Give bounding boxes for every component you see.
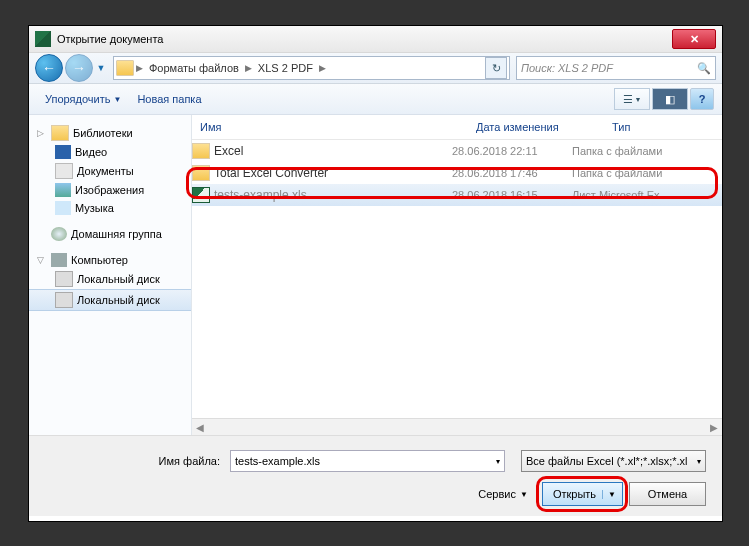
label: Документы <box>77 165 134 177</box>
service-button[interactable]: Сервис ▼ <box>470 485 536 503</box>
preview-pane-button[interactable]: ◧ <box>652 88 688 110</box>
filename-value: tests-example.xls <box>235 455 320 467</box>
scroll-right-icon[interactable]: ▶ <box>706 422 722 433</box>
chevron-down-icon: ▾ <box>496 457 500 466</box>
file-row[interactable]: Excel28.06.2018 22:11Папка с файлами <box>192 140 722 162</box>
help-button[interactable]: ? <box>690 88 714 110</box>
close-button[interactable]: ✕ <box>672 29 716 49</box>
open-label: Открыть <box>553 488 596 500</box>
toolbar: Упорядочить ▼ Новая папка ☰▼ ◧ ? <box>29 84 722 115</box>
sidebar-item-images[interactable]: Изображения <box>29 181 191 199</box>
new-folder-label: Новая папка <box>137 93 201 105</box>
filename-input[interactable]: tests-example.xls ▾ <box>230 450 505 472</box>
chevron-down-icon: ▼ <box>113 95 121 104</box>
sidebar-item-disk[interactable]: Локальный диск <box>29 289 191 311</box>
refresh-button[interactable]: ↻ <box>485 57 507 79</box>
column-name[interactable]: Имя <box>192 121 468 133</box>
sidebar-item-libraries[interactable]: ▷Библиотеки <box>29 123 191 143</box>
chevron-down-icon: ▾ <box>697 457 701 466</box>
label: Домашняя группа <box>71 228 162 240</box>
sidebar-item-documents[interactable]: Документы <box>29 161 191 181</box>
file-name: Excel <box>214 144 243 158</box>
label: Видео <box>75 146 107 158</box>
breadcrumb-item[interactable]: Форматы файлов <box>145 62 243 74</box>
chevron-right-icon: ▶ <box>245 63 252 73</box>
folder-icon <box>192 165 210 181</box>
folder-icon <box>116 60 134 76</box>
chevron-right-icon: ▶ <box>319 63 326 73</box>
folder-icon <box>192 143 210 159</box>
forward-button[interactable]: → <box>65 54 93 82</box>
sidebar-item-disk[interactable]: Локальный диск <box>29 269 191 289</box>
filter-value: Все файлы Excel (*.xl*;*.xlsx;*.xl <box>526 455 688 467</box>
image-icon <box>55 183 71 197</box>
label: Библиотеки <box>73 127 133 139</box>
music-icon <box>55 201 71 215</box>
chevron-down-icon: ▼ <box>635 96 642 103</box>
chevron-right-icon: ▷ <box>37 128 47 138</box>
cancel-label: Отмена <box>648 488 687 500</box>
sidebar-item-music[interactable]: Музыка <box>29 199 191 217</box>
column-type[interactable]: Тип <box>604 121 722 133</box>
file-date: 28.06.2018 17:46 <box>452 167 572 179</box>
file-type-filter[interactable]: Все файлы Excel (*.xl*;*.xlsx;*.xl ▾ <box>521 450 706 472</box>
file-date: 28.06.2018 16:15 <box>452 189 572 201</box>
service-label: Сервис <box>478 488 516 500</box>
organize-button[interactable]: Упорядочить ▼ <box>37 90 129 108</box>
video-icon <box>55 145 71 159</box>
filename-label: Имя файла: <box>45 455 224 467</box>
file-date: 28.06.2018 22:11 <box>452 145 572 157</box>
label: Компьютер <box>71 254 128 266</box>
back-button[interactable]: ← <box>35 54 63 82</box>
label: Локальный диск <box>77 273 160 285</box>
computer-icon <box>51 253 67 267</box>
column-date[interactable]: Дата изменения <box>468 121 604 133</box>
bottom-panel: Имя файла: tests-example.xls ▾ Все файлы… <box>29 435 722 516</box>
file-row-selected[interactable]: tests-example.xls28.06.2018 16:15Лист Mi… <box>192 184 722 206</box>
search-placeholder: Поиск: XLS 2 PDF <box>521 62 613 74</box>
column-headers: Имя Дата изменения Тип <box>192 115 722 140</box>
chevron-down-icon: ▼ <box>520 490 528 499</box>
cancel-button[interactable]: Отмена <box>629 482 706 506</box>
search-input[interactable]: Поиск: XLS 2 PDF 🔍 <box>516 56 716 80</box>
titlebar: Открытие документа ✕ <box>29 26 722 53</box>
breadcrumb[interactable]: ▶ Форматы файлов ▶ XLS 2 PDF ▶ ↻ <box>113 56 510 80</box>
navigation-bar: ← → ▼ ▶ Форматы файлов ▶ XLS 2 PDF ▶ ↻ П… <box>29 53 722 84</box>
history-dropdown[interactable]: ▼ <box>95 63 107 73</box>
main-area: ▷Библиотеки Видео Документы Изображения … <box>29 115 722 435</box>
scroll-left-icon[interactable]: ◀ <box>192 422 208 433</box>
disk-icon <box>55 292 73 308</box>
disk-icon <box>55 271 73 287</box>
label: Музыка <box>75 202 114 214</box>
file-row[interactable]: Total Excel Converter28.06.2018 17:46Пап… <box>192 162 722 184</box>
search-icon: 🔍 <box>697 62 711 75</box>
library-icon <box>51 125 69 141</box>
file-type: Лист Microsoft Ex... <box>572 189 722 201</box>
excel-icon <box>35 31 51 47</box>
organize-label: Упорядочить <box>45 93 110 105</box>
file-type: Папка с файлами <box>572 145 722 157</box>
homegroup-icon <box>51 227 67 241</box>
sidebar-item-computer[interactable]: ▽Компьютер <box>29 251 191 269</box>
sidebar-item-video[interactable]: Видео <box>29 143 191 161</box>
label: Изображения <box>75 184 144 196</box>
file-name: Total Excel Converter <box>214 166 328 180</box>
dialog-title: Открытие документа <box>57 33 163 45</box>
new-folder-button[interactable]: Новая папка <box>129 90 209 108</box>
file-name: tests-example.xls <box>214 188 307 202</box>
label: Локальный диск <box>77 294 160 306</box>
sidebar: ▷Библиотеки Видео Документы Изображения … <box>29 115 192 435</box>
breadcrumb-item[interactable]: XLS 2 PDF <box>254 62 317 74</box>
open-split-dropdown[interactable]: ▼ <box>602 490 616 499</box>
view-details-button[interactable]: ☰▼ <box>614 88 650 110</box>
file-list: Имя Дата изменения Тип Excel28.06.2018 2… <box>192 115 722 435</box>
sidebar-item-homegroup[interactable]: Домашняя группа <box>29 225 191 243</box>
horizontal-scrollbar[interactable]: ◀ ▶ <box>192 418 722 435</box>
open-button[interactable]: Открыть ▼ <box>542 482 623 506</box>
document-icon <box>55 163 73 179</box>
xls-icon <box>192 187 210 203</box>
file-type: Папка с файлами <box>572 167 722 179</box>
chevron-down-icon: ▽ <box>37 255 47 265</box>
chevron-right-icon: ▶ <box>136 63 143 73</box>
open-file-dialog: Открытие документа ✕ ← → ▼ ▶ Форматы фай… <box>28 25 723 522</box>
